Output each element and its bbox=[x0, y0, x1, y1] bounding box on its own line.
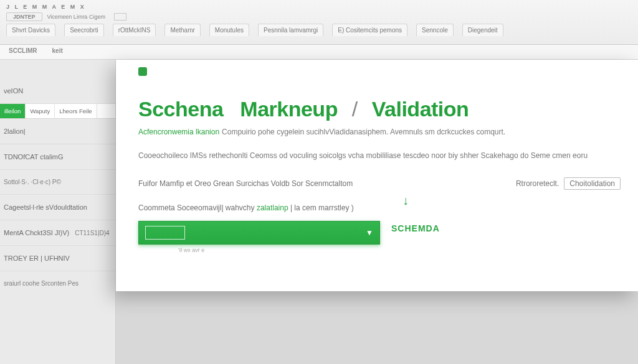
ribbon-box-icon bbox=[114, 13, 126, 21]
caret-down-icon: ▼ bbox=[366, 228, 373, 237]
body-text-1: Cooeochoileco IMSs rethechonlti Ceomss o… bbox=[138, 151, 621, 160]
menu-item-1[interactable]: Seecrobrti bbox=[64, 24, 104, 36]
ribbon: J L E M M A E M X JDNTEP Vicemeen Limra … bbox=[0, 0, 638, 45]
menu-item-0[interactable]: Shvrt Davicks bbox=[6, 24, 55, 36]
body3-a: Coommeta Soceeomavijl| wahvchy bbox=[138, 203, 255, 212]
arrow-down-icon: ↓ bbox=[402, 194, 409, 208]
app-title: J L E M M A E M X bbox=[6, 4, 632, 10]
sidebar-item-6-b: CT11S1|D)4 bbox=[75, 230, 109, 236]
sidebar-item-0[interactable]: veION bbox=[0, 78, 115, 104]
menu-item-8[interactable]: Diegendeit bbox=[462, 24, 503, 36]
body2-left: Fuifor Mamfip et Oreo Grean Surcichas Vo… bbox=[138, 179, 353, 188]
body2-right-badge[interactable]: Choitolidation bbox=[564, 177, 621, 190]
dropdown-bar[interactable]: ▼ bbox=[138, 221, 380, 245]
subheading-a: Acfencronwemia lkanion bbox=[138, 128, 219, 136]
brand-badge-icon bbox=[138, 67, 147, 76]
ribbon-subtext: Vicemeen Limra Cigem bbox=[47, 14, 105, 20]
dropdown-input[interactable] bbox=[145, 226, 185, 240]
subheading: Acfencronwemia lkanion Compuirio pohe cy… bbox=[138, 128, 621, 136]
sidebar-item-8[interactable]: sraiurl coohe Srconten Pes bbox=[0, 271, 115, 296]
menu-item-4[interactable]: Monutules bbox=[209, 24, 249, 36]
menu-item-6[interactable]: E) Cositemcits pemons bbox=[332, 24, 407, 36]
sidebar-item-3[interactable]: TDNOfCAT ctalimG bbox=[0, 144, 115, 170]
headline-c: Validation bbox=[372, 97, 469, 121]
body2-right-a: Rtrororeteclt. bbox=[516, 179, 559, 188]
headline-a: Scchena bbox=[138, 97, 223, 121]
body3-b: zalatlainp bbox=[257, 203, 288, 212]
sidebar-subtab-2[interactable]: Lheors Feile bbox=[55, 104, 97, 118]
body3-c: | la cem marrstley ) bbox=[290, 203, 354, 212]
sidebar-item-6-a: MentA Chckt3SI JI)V) bbox=[4, 229, 69, 236]
tiny-footer-text: 'Il wx avr e bbox=[178, 247, 621, 253]
body-row-3: Coommeta Soceeomavijl| wahvchy zalatlain… bbox=[138, 203, 621, 212]
main-card: Scchena Markneup / Validation Acfencronw… bbox=[116, 60, 638, 291]
menu-item-3[interactable]: Methamr bbox=[164, 24, 200, 36]
second-bar: SCCLIMR keit bbox=[0, 45, 638, 60]
headline-sep: / bbox=[352, 97, 358, 121]
sidebar: veION illeilon Waputy Lheors Feile 2lali… bbox=[0, 60, 116, 364]
sidebar-item-4[interactable]: Sottol·S·. ·Cl·e·c) P© bbox=[0, 170, 115, 195]
sidebar-subtabs: illeilon Waputy Lheors Feile bbox=[0, 104, 115, 119]
menu-item-2[interactable]: rOttMckINS bbox=[113, 24, 156, 36]
sidebar-subtab-1[interactable]: Waputy bbox=[26, 104, 55, 118]
sidebar-item-2[interactable]: 2lalion| bbox=[0, 119, 115, 144]
menu-item-5[interactable]: Pesnnila lamvamrgi bbox=[258, 24, 323, 36]
sidebar-item-6[interactable]: MentA Chckt3SI JI)V) CT11S1|D)4 bbox=[0, 220, 115, 246]
sidebar-item-7[interactable]: TROEY ER | UFHNIV bbox=[0, 246, 115, 271]
subheading-b: Compuirio pohe cygelein sucihlvViadidana… bbox=[222, 128, 505, 136]
schema-label: SCHEMDA bbox=[391, 223, 440, 233]
secondbar-b: keit bbox=[52, 47, 63, 57]
ribbon-subline: JDNTEP Vicemeen Limra Cigem bbox=[6, 12, 632, 21]
menu-item-7[interactable]: Senncole bbox=[416, 24, 454, 36]
sidebar-subtab-0[interactable]: illeilon bbox=[0, 104, 26, 118]
sidebar-item-5[interactable]: Cageetsl·l·rle sVdouldtation bbox=[0, 195, 115, 220]
body-row-2: Fuifor Mamfip et Oreo Grean Surcichas Vo… bbox=[138, 177, 621, 190]
headline: Scchena Markneup / Validation bbox=[138, 97, 621, 121]
secondbar-a: SCCLIMR bbox=[9, 47, 37, 57]
ribbon-menu: Shvrt Davicks Seecrobrti rOttMckINS Meth… bbox=[6, 24, 632, 36]
ribbon-pill[interactable]: JDNTEP bbox=[6, 12, 42, 21]
body2-right: Rtrororeteclt. Choitolidation bbox=[516, 177, 621, 190]
headline-b: Markneup bbox=[240, 97, 338, 121]
